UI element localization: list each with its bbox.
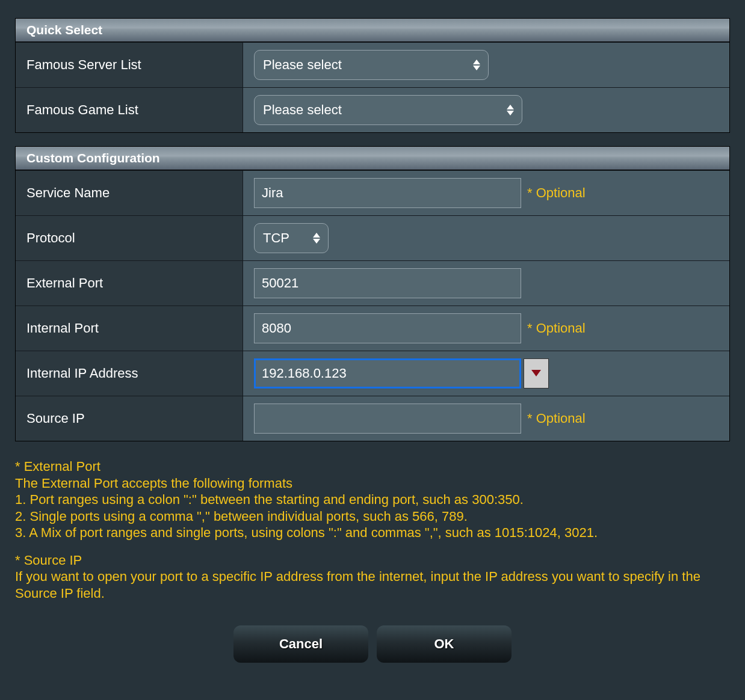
external-port-label: External Port (16, 261, 243, 305)
protocol-label: Protocol (16, 216, 243, 260)
help-line: 3. A Mix of port ranges and single ports… (15, 524, 730, 541)
famous-game-select[interactable]: Please select (254, 95, 522, 125)
famous-server-label: Famous Server List (16, 43, 243, 87)
service-name-row: Service Name * Optional (16, 170, 729, 215)
internal-ip-row: Internal IP Address (16, 351, 729, 396)
quick-select-title: Quick Select (16, 19, 729, 42)
internal-ip-label: Internal IP Address (16, 351, 243, 396)
internal-port-row: Internal Port * Optional (16, 305, 729, 351)
help-text: * External Port The External Port accept… (15, 455, 730, 619)
protocol-select-value: TCP (263, 230, 289, 246)
custom-config-panel: Custom Configuration Service Name * Opti… (15, 146, 730, 441)
internal-ip-dropdown-button[interactable] (524, 358, 549, 388)
protocol-select[interactable]: TCP (254, 223, 329, 253)
famous-game-row: Famous Game List Please select (16, 87, 729, 132)
internal-port-label: Internal Port (16, 306, 243, 351)
internal-ip-input[interactable] (254, 358, 521, 388)
chevron-down-icon (531, 368, 541, 379)
optional-label: * Optional (527, 321, 586, 336)
button-bar: Cancel OK (15, 619, 730, 663)
famous-game-label: Famous Game List (16, 88, 243, 132)
protocol-row: Protocol TCP (16, 215, 729, 260)
famous-server-select-value: Please select (263, 57, 342, 73)
source-ip-row: Source IP * Optional (16, 396, 729, 441)
help-line: If you want to open your port to a speci… (15, 568, 730, 601)
service-name-input[interactable] (254, 178, 521, 208)
ok-button[interactable]: OK (377, 625, 512, 663)
help-line: * External Port (15, 458, 730, 475)
help-line: 1. Port ranges using a colon ":" between… (15, 491, 730, 508)
famous-server-row: Famous Server List Please select (16, 42, 729, 87)
external-port-row: External Port (16, 260, 729, 305)
optional-label: * Optional (527, 185, 586, 201)
svg-marker-6 (531, 370, 541, 376)
help-line: 2. Single ports using a comma "," betwee… (15, 508, 730, 525)
optional-label: * Optional (527, 411, 586, 426)
internal-port-input[interactable] (254, 313, 521, 343)
source-ip-input[interactable] (254, 404, 521, 434)
quick-select-panel: Quick Select Famous Server List Please s… (15, 18, 730, 133)
custom-config-title: Custom Configuration (16, 147, 729, 170)
famous-game-select-value: Please select (263, 102, 342, 118)
external-port-input[interactable] (254, 268, 521, 298)
service-name-label: Service Name (16, 171, 243, 215)
cancel-button[interactable]: Cancel (233, 625, 368, 663)
source-ip-label: Source IP (16, 396, 243, 441)
help-line: * Source IP (15, 552, 730, 569)
famous-server-select[interactable]: Please select (254, 50, 489, 80)
help-line: The External Port accepts the following … (15, 475, 730, 492)
